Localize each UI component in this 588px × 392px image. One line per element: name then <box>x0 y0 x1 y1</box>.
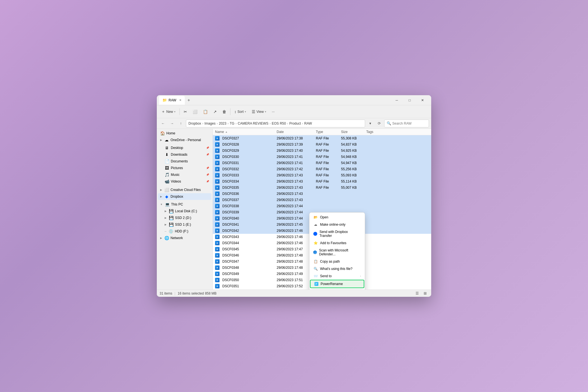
search-box[interactable]: 🔍 <box>384 120 429 127</box>
file-size: 55,256 KB <box>341 167 366 171</box>
table-row[interactable]: R DSCF0334 29/06/2023 17:43 RAF File 55,… <box>213 178 431 185</box>
minimize-button[interactable]: ─ <box>390 95 403 105</box>
delete-button[interactable]: 🗑 <box>220 108 228 115</box>
back-button[interactable]: ← <box>159 120 167 127</box>
ctx-item-scan-defender[interactable]: Scan with Microsoft Defender... <box>309 247 365 258</box>
table-row[interactable]: R DSCF0328 29/06/2023 17:39 RAF File 54,… <box>213 141 431 148</box>
cut-button[interactable]: ✂ <box>181 108 189 115</box>
sidebar-item-ssd2[interactable]: ▶ 💾 SSD 2 (D:) <box>158 214 211 221</box>
col-header-size[interactable]: Size <box>341 130 366 134</box>
power-rename-icon: P <box>314 282 318 286</box>
tab-close-button[interactable]: ✕ <box>179 99 181 102</box>
sidebar-item-pictures[interactable]: 🖼 Pictures 📌 <box>158 165 211 171</box>
bc-item-dropbox[interactable]: Dropbox <box>188 122 201 125</box>
sidebar-item-thispc[interactable]: ▼ 💻 This PC <box>158 201 211 208</box>
view-button[interactable]: ☰ View ▾ <box>249 108 269 115</box>
sidebar-item-desktop[interactable]: 🖥 Desktop 📌 <box>158 144 211 151</box>
bc-item-2023[interactable]: 2023 <box>219 122 227 125</box>
search-input[interactable] <box>392 122 426 125</box>
raf-file-icon: R <box>215 185 220 190</box>
bc-sep-3: › <box>227 122 228 125</box>
file-type: RAF File <box>316 173 341 177</box>
raf-file-icon: R <box>215 241 220 245</box>
file-name: DSCF0336 <box>222 192 239 196</box>
ctx-label-send-to: Send to <box>320 274 332 278</box>
ctx-item-whats-using[interactable]: 🔍What's using this file? <box>309 265 365 272</box>
sidebar-item-videos[interactable]: 📹 Videos 📌 <box>158 178 211 185</box>
bc-item-product[interactable]: Product <box>289 122 301 125</box>
sidebar-item-home[interactable]: 🏠 Home <box>158 130 211 137</box>
grid-view-button[interactable]: ⊞ <box>422 290 428 297</box>
file-date: 29/06/2023 17:43 <box>277 179 316 183</box>
table-row[interactable]: R DSCF0336 29/06/2023 17:43 <box>213 191 431 197</box>
table-row[interactable]: R DSCF0333 29/06/2023 17:43 RAF File 55,… <box>213 172 431 178</box>
close-button[interactable]: ✕ <box>416 95 429 105</box>
sidebar-item-dropbox[interactable]: ▶ ◆ Dropbox <box>158 193 211 200</box>
ctx-item-dropbox-transfer[interactable]: Send with Dropbox Transfer <box>309 228 365 239</box>
share-button[interactable]: ↗ <box>211 108 219 115</box>
file-name: DSCF0343 <box>222 235 239 239</box>
ctx-item-power-rename[interactable]: PPowerRename <box>310 280 364 288</box>
tab-raw[interactable]: 📁 RAW ✕ <box>159 96 185 105</box>
new-button[interactable]: ＋ New ▾ <box>159 108 178 115</box>
table-row[interactable]: R DSCF0330 29/06/2023 17:41 RAF File 54,… <box>213 154 431 160</box>
file-size: 55,093 KB <box>341 173 366 177</box>
ctx-label-copy-path: Copy as path <box>320 260 340 263</box>
bc-item-raw[interactable]: RAW <box>304 122 312 125</box>
network-icon: 🌐 <box>164 236 169 240</box>
address-bar: ← → ↑ Dropbox › Images › 2023 › TG › CAM… <box>157 118 431 129</box>
copy-button[interactable]: ⬜ <box>190 108 200 115</box>
table-row[interactable]: R DSCF0327 29/06/2023 17:38 RAF File 55,… <box>213 135 431 141</box>
paste-button[interactable]: 📋 <box>201 108 210 115</box>
file-name: DSCF0349 <box>222 272 239 276</box>
sidebar-item-documents[interactable]: 📄 Documents <box>158 158 211 165</box>
more-button[interactable]: ··· <box>270 109 277 115</box>
explorer-window: 📁 RAW ✕ + ─ □ ✕ ＋ New ▾ ✂ ⬜ 📋 ↗ <box>157 95 431 297</box>
new-tab-button[interactable]: + <box>186 97 192 103</box>
col-header-tags[interactable]: Tags <box>366 130 429 134</box>
cut-icon: ✂ <box>184 109 187 114</box>
ctx-item-make-online[interactable]: ☁Make online-only <box>309 221 365 228</box>
bc-item-images[interactable]: Images <box>204 122 215 125</box>
file-name: DSCF0350 <box>222 278 239 282</box>
pin-icon: 📌 <box>206 146 209 149</box>
ctx-sep-before-cut <box>312 289 363 289</box>
table-row[interactable]: R DSCF0331 29/06/2023 17:41 RAF File 54,… <box>213 160 431 166</box>
ctx-item-send-to[interactable]: 📨Send to› <box>309 272 365 280</box>
sidebar-item-music[interactable]: 🎵 Music 📌 <box>158 171 211 178</box>
table-row[interactable]: R DSCF0335 29/06/2023 17:43 RAF File 55,… <box>213 185 431 191</box>
list-view-button[interactable]: ☰ <box>414 290 421 297</box>
bc-item-tg[interactable]: TG <box>230 122 234 125</box>
sidebar-item-downloads[interactable]: ⬇ Downloads 📌 <box>158 151 211 158</box>
dropdown-button[interactable]: ▾ <box>366 120 374 127</box>
sidebar-item-onedrive[interactable]: ▶ ☁ OneDrive - Personal <box>158 137 211 143</box>
breadcrumb[interactable]: Dropbox › Images › 2023 › TG › CAMERA RE… <box>186 120 365 127</box>
raf-file-icon: R <box>215 155 220 159</box>
table-row[interactable]: R DSCF0338 29/06/2023 17:44 <box>213 203 431 209</box>
ctx-item-copy-path[interactable]: 📋Copy as path <box>309 258 365 265</box>
sidebar-item-creative-cloud[interactable]: ▶ ⬜ Creative Cloud Files <box>158 186 211 193</box>
table-row[interactable]: R DSCF0337 29/06/2023 17:43 <box>213 197 431 203</box>
raf-file-icon: R <box>215 161 220 165</box>
bc-item-camera[interactable]: CAMERA REVIEWS <box>238 122 268 125</box>
up-button[interactable]: ↑ <box>177 120 185 127</box>
bc-item-eosr50[interactable]: EOS R50 <box>272 122 286 125</box>
col-header-date[interactable]: Date <box>277 130 316 134</box>
file-name: DSCF0348 <box>222 266 239 270</box>
col-header-type[interactable]: Type <box>316 130 341 134</box>
col-header-name[interactable]: Name ▲ <box>215 130 277 134</box>
table-row[interactable]: R DSCF0332 29/06/2023 17:42 RAF File 55,… <box>213 166 431 172</box>
sidebar-item-localdisk[interactable]: ▶ 💾 Local Disk (C:) <box>158 208 211 214</box>
maximize-button[interactable]: □ <box>403 95 416 105</box>
forward-button[interactable]: → <box>168 120 176 127</box>
sort-button[interactable]: ↕ Sort ▾ <box>232 108 248 115</box>
sidebar-item-ssd1[interactable]: ▶ 💾 SSD 1 (E:) <box>158 221 211 228</box>
refresh-button[interactable]: ⟳ <box>375 120 383 127</box>
ctx-item-open[interactable]: 📂Open <box>309 214 365 221</box>
sidebar-item-network[interactable]: ▶ 🌐 Network <box>158 235 211 241</box>
ctx-item-add-fav[interactable]: ⭐Add to Favourites <box>309 239 365 247</box>
table-row[interactable]: R DSCF0329 29/06/2023 17:40 RAF File 54,… <box>213 148 431 154</box>
file-size: 54,837 KB <box>341 143 366 146</box>
sidebar-item-hdd[interactable]: ─ 💿 HDD (F:) <box>158 228 211 235</box>
raf-file-icon: R <box>215 204 220 208</box>
